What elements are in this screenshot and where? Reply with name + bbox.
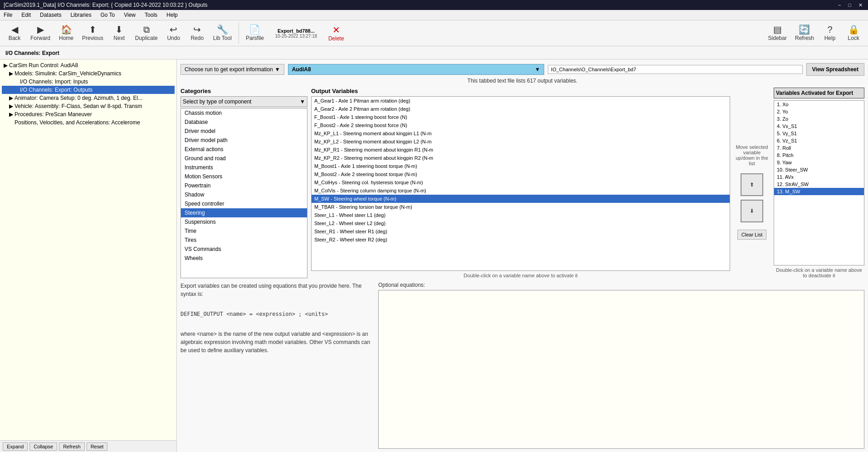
parsfile-button[interactable]: 📄 Parsfile — [243, 23, 267, 44]
forward-button[interactable]: ▶ Forward — [27, 23, 54, 44]
menu-datasets[interactable]: Datasets — [38, 11, 63, 19]
equations-input-box[interactable] — [378, 290, 864, 449]
back-button[interactable]: ◀ Back — [4, 23, 25, 44]
previous-button[interactable]: ⬆ Previous — [79, 23, 107, 44]
activated-item-m-sw[interactable]: 13. M_SW — [774, 188, 864, 195]
var-item-a-gear2[interactable]: A_Gear2 - Axle 2 Pitman arm rotation (de… — [312, 105, 730, 113]
duplicate-button[interactable]: ⧉ Duplicate — [132, 23, 161, 44]
var-item-mz-kp-l1[interactable]: Mz_KP_L1 - Steering moment about kingpin… — [312, 129, 730, 138]
menu-edit[interactable]: Edit — [20, 11, 33, 19]
expand-button[interactable]: Expand — [3, 442, 28, 451]
var-item-a-gear1[interactable]: A_Gear1 - Axle 1 Pitman arm rotation (de… — [312, 97, 730, 105]
var-item-m-colhys[interactable]: M_ColHys - Steering col. hysteresis torq… — [312, 178, 730, 187]
tree-item-io-import[interactable]: I/O Channels: Import: Inputs — [2, 78, 175, 86]
reset-button[interactable]: Reset — [87, 442, 108, 451]
cat-item-instruments[interactable]: Instruments — [181, 163, 307, 172]
var-item-m-boost1[interactable]: M_Boost1 - Axle 1 steering boost torque … — [312, 162, 730, 170]
choose-run-dropdown[interactable]: Choose run to get export information ▼ — [180, 64, 284, 75]
tree-item-positions[interactable]: Positions, Velocities, and Accelerations… — [2, 118, 175, 127]
var-item-steer-r1[interactable]: Steer_R1 - Wheel steer R1 (deg) — [312, 227, 730, 236]
activated-item-avx[interactable]: 11. AVx — [774, 173, 864, 181]
expander-icon[interactable]: ▶ — [4, 62, 9, 69]
cat-item-suspensions[interactable]: Suspensions — [181, 217, 307, 226]
menu-help[interactable]: Help — [165, 11, 180, 19]
activated-item-vz-s1[interactable]: 6. Vz_S1 — [774, 137, 864, 144]
var-item-m-colvis[interactable]: M_ColVis - Steering column damping torqu… — [312, 187, 730, 195]
tree-item-animator[interactable]: ▶Animator: Camera Setup: 0 deg. Azimuth,… — [2, 94, 175, 102]
run-name-dropdown[interactable]: AudiA8 ▼ — [288, 64, 544, 75]
cat-item-powertrain[interactable]: Powertrain — [181, 181, 307, 190]
cat-item-tires[interactable]: Tires — [181, 236, 307, 245]
expander-icon[interactable]: ▶ — [9, 103, 15, 109]
activated-item-yo[interactable]: 2. Yo — [774, 108, 864, 115]
var-item-m-boost2[interactable]: M_Boost2 - Axle 2 steering boost torque … — [312, 170, 730, 178]
cat-item-driver-model[interactable]: Driver model — [181, 127, 307, 136]
activated-item-pitch[interactable]: 8. Pitch — [774, 152, 864, 159]
cat-item-steering[interactable]: Steering — [181, 208, 307, 217]
activated-item-vx-s1[interactable]: 4. Vx_S1 — [774, 123, 864, 130]
tree-item-procedures[interactable]: ▶Procedures: PreScan Maneuver — [2, 110, 175, 118]
menu-view[interactable]: View — [122, 11, 137, 19]
cat-item-time[interactable]: Time — [181, 226, 307, 236]
libtool-button[interactable]: 🔧 Lib Tool — [210, 23, 235, 44]
lock-button[interactable]: 🔒 Lock — [843, 23, 864, 44]
sidebar-button[interactable]: ▤ Sidebar — [765, 23, 790, 44]
var-item-steer-l1[interactable]: Steer_L1 - Wheel steer L1 (deg) — [312, 211, 730, 219]
var-item-m-tbar[interactable]: M_TBAR - Steering torsion bar torque (N-… — [312, 203, 730, 211]
cat-item-wheels[interactable]: Wheels — [181, 254, 307, 263]
cat-item-chassis-motion[interactable]: Chassis motion — [181, 108, 307, 118]
next-button[interactable]: ⬇ Next — [108, 23, 130, 44]
var-item-steer-r2[interactable]: Steer_R2 - Wheel steer R2 (deg) — [312, 236, 730, 244]
expander-icon[interactable]: ▶ — [9, 111, 15, 118]
var-item-f-boost1[interactable]: F_Boost1 - Axle 1 steering boost force (… — [312, 113, 730, 121]
delete-button[interactable]: ✕ Delete — [325, 22, 347, 44]
menu-tools[interactable]: Tools — [143, 11, 159, 19]
close-button[interactable]: ✕ — [857, 2, 864, 8]
activated-item-strav-sw[interactable]: 12. StrAV_SW — [774, 181, 864, 188]
move-up-button[interactable]: ⬆ — [741, 173, 763, 196]
tree-item-carsim-run-control[interactable]: ▶CarSim Run Control: AudiA8 — [2, 61, 175, 69]
undo-button[interactable]: ↩ Undo — [163, 23, 185, 44]
tree-item-io-export[interactable]: I/O Channels: Export: Outputs — [2, 86, 175, 94]
tree-item-models[interactable]: ▶Models: Simulink: CarSim_VehicleDynamic… — [2, 69, 175, 78]
tree-refresh-button[interactable]: Refresh — [59, 442, 85, 451]
var-item-mz-kp-r1[interactable]: Mz_KP_R1 - Steering moment about kingpin… — [312, 146, 730, 154]
category-type-dropdown[interactable]: Select by type of component ▼ — [180, 96, 307, 107]
menu-file[interactable]: File — [2, 11, 14, 19]
cat-item-driver-model-path[interactable]: Driver model path — [181, 136, 307, 145]
activated-item-xo[interactable]: 1. Xo — [774, 101, 864, 108]
cat-item-speed-controller[interactable]: Speed controller — [181, 199, 307, 208]
cat-item-motion-sensors[interactable]: Motion Sensors — [181, 172, 307, 181]
home-button[interactable]: 🏠 Home — [55, 23, 77, 44]
help-button[interactable]: ? Help — [819, 23, 841, 44]
toolbar-refresh-button[interactable]: 🔄 Refresh — [792, 23, 817, 44]
view-spreadsheet-button[interactable]: View Spreadsheet — [806, 63, 865, 76]
var-item-mz-kp-l2[interactable]: Mz_KP_L2 - Steering moment about kingpin… — [312, 138, 730, 146]
expander-icon[interactable]: ▶ — [9, 70, 15, 77]
var-item-f-boost2[interactable]: F_Boost2 - Axle 2 steering boost force (… — [312, 121, 730, 129]
tree-item-vehicle[interactable]: ▶Vehicle: Assembly: F-Class, Sedan w/ 8-… — [2, 102, 175, 110]
activated-item-roll[interactable]: 7. Roll — [774, 144, 864, 152]
cat-item-ground-road[interactable]: Ground and road — [181, 154, 307, 163]
cat-item-external-actions[interactable]: External actions — [181, 145, 307, 154]
activated-item-steer-sw[interactable]: 10. Steer_SW — [774, 166, 864, 173]
expander-icon[interactable]: ▶ — [9, 95, 15, 101]
activated-item-yaw[interactable]: 9. Yaw — [774, 159, 864, 166]
var-item-steer-l2[interactable]: Steer_L2 - Wheel steer L2 (deg) — [312, 219, 730, 227]
activated-item-vy-s1[interactable]: 5. Vy_S1 — [774, 130, 864, 137]
activated-variable-list[interactable]: 1. Xo 2. Yo 3. Zo 4. Vx_S1 5. Vy_S1 6. V… — [774, 100, 864, 265]
move-down-button[interactable]: ⬇ — [741, 200, 763, 222]
restore-button[interactable]: □ — [846, 2, 853, 8]
activated-item-zo[interactable]: 3. Zo — [774, 115, 864, 123]
output-variable-list[interactable]: A_Gear1 - Axle 1 Pitman arm rotation (de… — [311, 96, 730, 271]
cat-item-shadow[interactable]: Shadow — [181, 190, 307, 199]
cat-item-database[interactable]: Database — [181, 118, 307, 127]
cat-item-vs-commands[interactable]: VS Commands — [181, 245, 307, 254]
clear-list-button[interactable]: Clear List — [737, 230, 766, 240]
category-list[interactable]: Chassis motion Database Driver model Dri… — [180, 108, 307, 278]
menu-libraries[interactable]: Libraries — [68, 11, 93, 19]
minimize-button[interactable]: − — [836, 2, 843, 8]
menu-goto[interactable]: Go To — [98, 11, 117, 19]
var-item-mz-kp-r2[interactable]: Mz_KP_R2 - Steering moment about kingpin… — [312, 154, 730, 162]
redo-button[interactable]: ↪ Redo — [186, 23, 208, 44]
